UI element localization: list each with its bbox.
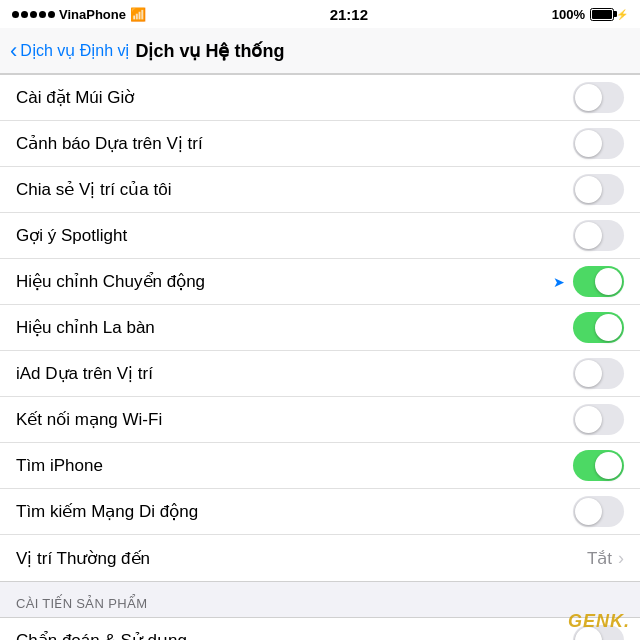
row-right-tim-iphone — [573, 450, 624, 481]
row-cai-dat-mui-gio[interactable]: Cài đặt Múi Giờ — [0, 75, 640, 121]
row-label-tim-iphone: Tìm iPhone — [16, 456, 103, 476]
toggle-knob-tim-iphone — [595, 452, 622, 479]
row-hieu-chinh-la-ban[interactable]: Hiệu chỉnh La bàn — [0, 305, 640, 351]
toggle-cai-dat-mui-gio[interactable] — [573, 82, 624, 113]
toggle-knob-hieu-chinh-chuyen-dong — [595, 268, 622, 295]
row-canh-bao-dua-tren-vi-tri[interactable]: Cảnh báo Dựa trên Vị trí — [0, 121, 640, 167]
row-left-ket-noi-mang-wifi: Kết nối mạng Wi-Fi — [16, 409, 573, 430]
row-left-iad-dua-tren-vi-tri: iAd Dựa trên Vị trí — [16, 363, 573, 384]
row-label-hieu-chinh-chuyen-dong: Hiệu chỉnh Chuyển động — [16, 271, 205, 292]
row-label-ket-noi-mang-wifi: Kết nối mạng Wi-Fi — [16, 409, 162, 430]
row-label-goi-y-spotlight: Gợi ý Spotlight — [16, 225, 127, 246]
bolt-icon: ⚡ — [616, 9, 628, 20]
row-left-chan-doan-su-dung: Chẩn đoán & Sử dụng — [16, 630, 573, 640]
row-label-chia-se-vi-tri: Chia sẻ Vị trí của tôi — [16, 179, 171, 200]
toggle-iad-dua-tren-vi-tri[interactable] — [573, 358, 624, 389]
toggle-goi-y-spotlight[interactable] — [573, 220, 624, 251]
settings-list-1: Cài đặt Múi GiờCảnh báo Dựa trên Vị tríC… — [0, 74, 640, 582]
row-left-chia-se-vi-tri: Chia sẻ Vị trí của tôi — [16, 179, 573, 200]
location-arrow-icon: ➤ — [553, 274, 565, 290]
toggle-knob-chia-se-vi-tri — [575, 176, 602, 203]
row-right-hieu-chinh-la-ban — [573, 312, 624, 343]
battery-icon — [590, 8, 614, 21]
row-label-vi-tri-thuong-den: Vị trí Thường đến — [16, 548, 150, 569]
row-left-hieu-chinh-chuyen-dong: Hiệu chỉnh Chuyển động — [16, 271, 553, 292]
row-left-canh-bao-dua-tren-vi-tri: Cảnh báo Dựa trên Vị trí — [16, 133, 573, 154]
toggle-knob-goi-y-spotlight — [575, 222, 602, 249]
section-label: CÀI TIẾN SẢN PHẨM — [0, 582, 640, 617]
toggle-knob-canh-bao-dua-tren-vi-tri — [575, 130, 602, 157]
chevron-right-icon: › — [618, 548, 624, 569]
row-label-hieu-chinh-la-ban: Hiệu chỉnh La bàn — [16, 317, 155, 338]
row-label-canh-bao-dua-tren-vi-tri: Cảnh báo Dựa trên Vị trí — [16, 133, 203, 154]
row-left-tim-iphone: Tìm iPhone — [16, 456, 573, 476]
toggle-hieu-chinh-chuyen-dong[interactable] — [573, 266, 624, 297]
row-label-tim-kiem-mang-di-dong: Tìm kiếm Mạng Di động — [16, 501, 198, 522]
row-iad-dua-tren-vi-tri[interactable]: iAd Dựa trên Vị trí — [0, 351, 640, 397]
nav-title: Dịch vụ Hệ thống — [135, 40, 284, 62]
toggle-knob-ket-noi-mang-wifi — [575, 406, 602, 433]
toggle-knob-cai-dat-mui-gio — [575, 84, 602, 111]
row-value-vi-tri-thuong-den: Tắt — [587, 548, 612, 569]
nav-back-label: Dịch vụ Định vị — [20, 41, 129, 60]
row-label-iad-dua-tren-vi-tri: iAd Dựa trên Vị trí — [16, 363, 153, 384]
settings-container: Cài đặt Múi GiờCảnh báo Dựa trên Vị tríC… — [0, 74, 640, 640]
row-right-chia-se-vi-tri — [573, 174, 624, 205]
toggle-knob-tim-kiem-mang-di-dong — [575, 498, 602, 525]
battery-container: ⚡ — [590, 8, 628, 21]
row-left-vi-tri-thuong-den: Vị trí Thường đến — [16, 548, 587, 569]
row-left-tim-kiem-mang-di-dong: Tìm kiếm Mạng Di động — [16, 501, 573, 522]
status-left: VinaPhone 📶 — [12, 7, 146, 22]
battery-fill — [592, 10, 612, 19]
status-time: 21:12 — [330, 6, 368, 23]
row-right-goi-y-spotlight — [573, 220, 624, 251]
toggle-knob-iad-dua-tren-vi-tri — [575, 360, 602, 387]
row-label-cai-dat-mui-gio: Cài đặt Múi Giờ — [16, 87, 134, 108]
battery-percent: 100% — [552, 7, 585, 22]
row-right-hieu-chinh-chuyen-dong: ➤ — [553, 266, 624, 297]
toggle-tim-kiem-mang-di-dong[interactable] — [573, 496, 624, 527]
row-left-hieu-chinh-la-ban: Hiệu chỉnh La bàn — [16, 317, 573, 338]
row-right-vi-tri-thuong-den: Tắt› — [587, 548, 624, 569]
settings-group-2: Chẩn đoán & Sử dụngChỉ đường & Giao thôn… — [0, 617, 640, 640]
row-hieu-chinh-chuyen-dong[interactable]: Hiệu chỉnh Chuyển động➤ — [0, 259, 640, 305]
settings-list-2: Chẩn đoán & Sử dụngChỉ đường & Giao thôn… — [0, 617, 640, 640]
toggle-knob-hieu-chinh-la-ban — [595, 314, 622, 341]
back-arrow-icon: ‹ — [10, 40, 17, 62]
row-goi-y-spotlight[interactable]: Gợi ý Spotlight — [0, 213, 640, 259]
row-right-ket-noi-mang-wifi — [573, 404, 624, 435]
row-label-chan-doan-su-dung: Chẩn đoán & Sử dụng — [16, 630, 187, 640]
nav-back-button[interactable]: ‹ Dịch vụ Định vị — [10, 40, 129, 62]
row-tim-kiem-mang-di-dong[interactable]: Tìm kiếm Mạng Di động — [0, 489, 640, 535]
row-left-cai-dat-mui-gio: Cài đặt Múi Giờ — [16, 87, 573, 108]
row-left-goi-y-spotlight: Gợi ý Spotlight — [16, 225, 573, 246]
row-right-canh-bao-dua-tren-vi-tri — [573, 128, 624, 159]
row-vi-tri-thuong-den[interactable]: Vị trí Thường đếnTắt› — [0, 535, 640, 581]
row-chan-doan-su-dung[interactable]: Chẩn đoán & Sử dụng — [0, 618, 640, 640]
row-right-iad-dua-tren-vi-tri — [573, 358, 624, 389]
row-right-cai-dat-mui-gio — [573, 82, 624, 113]
status-bar: VinaPhone 📶 21:12 100% ⚡ — [0, 0, 640, 28]
toggle-tim-iphone[interactable] — [573, 450, 624, 481]
toggle-chia-se-vi-tri[interactable] — [573, 174, 624, 205]
nav-bar: ‹ Dịch vụ Định vị Dịch vụ Hệ thống — [0, 28, 640, 74]
toggle-hieu-chinh-la-ban[interactable] — [573, 312, 624, 343]
row-ket-noi-mang-wifi[interactable]: Kết nối mạng Wi-Fi — [0, 397, 640, 443]
carrier-name: VinaPhone — [59, 7, 126, 22]
watermark: GENK. — [568, 611, 630, 632]
wifi-icon: 📶 — [130, 7, 146, 22]
toggle-ket-noi-mang-wifi[interactable] — [573, 404, 624, 435]
row-right-tim-kiem-mang-di-dong — [573, 496, 624, 527]
row-tim-iphone[interactable]: Tìm iPhone — [0, 443, 640, 489]
settings-group-1: Cài đặt Múi GiờCảnh báo Dựa trên Vị tríC… — [0, 74, 640, 582]
signal-dots — [12, 11, 55, 18]
row-chia-se-vi-tri[interactable]: Chia sẻ Vị trí của tôi — [0, 167, 640, 213]
toggle-canh-bao-dua-tren-vi-tri[interactable] — [573, 128, 624, 159]
status-right: 100% ⚡ — [552, 7, 628, 22]
